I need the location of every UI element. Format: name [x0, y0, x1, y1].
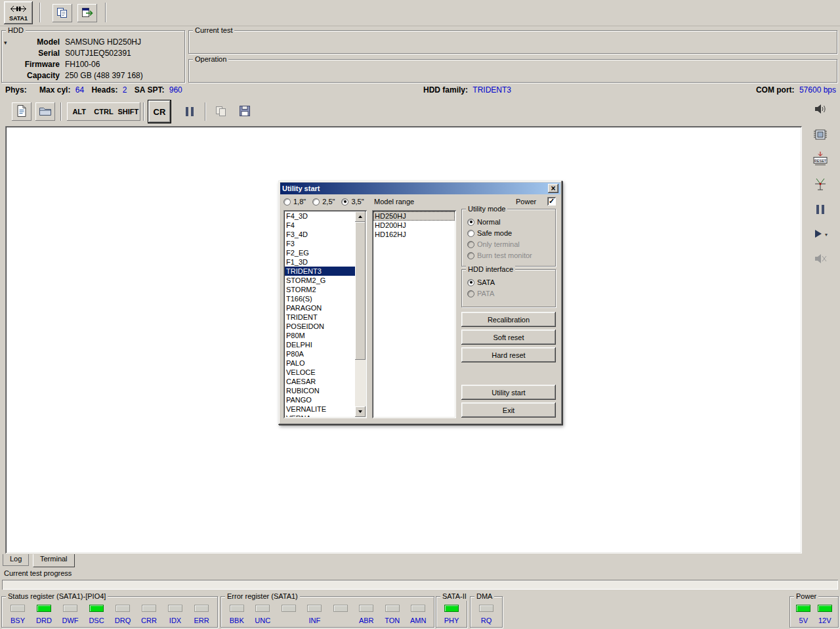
list-item[interactable]: PARAGON [285, 303, 355, 313]
sata1-port-button[interactable]: SATA1 [4, 1, 33, 24]
exit-app-button[interactable] [77, 4, 97, 22]
copy-log-button[interactable] [211, 102, 231, 121]
dsc-led [89, 605, 104, 612]
radio-button-icon[interactable] [312, 198, 320, 206]
radio-option[interactable]: Safe mode [467, 228, 554, 238]
abr-led [359, 605, 373, 612]
pause-terminal-button[interactable] [180, 102, 200, 121]
radio-option[interactable]: SATA [467, 278, 554, 287]
list-item[interactable]: P80A [285, 349, 355, 358]
list-item[interactable]: F3_4D [285, 230, 355, 239]
radio-button-icon[interactable] [284, 198, 291, 206]
run-test-button[interactable]: ▾ [808, 223, 832, 246]
radio-label: Only terminal [477, 240, 520, 248]
hard-reset-button[interactable]: Hard reset [461, 347, 556, 362]
list-item[interactable]: VERNA [285, 414, 355, 417]
list-item[interactable]: TRIDENT3 [285, 267, 355, 276]
radio-button-icon[interactable] [467, 230, 474, 237]
model-listbox[interactable]: HD250HJHD200HJHD162HJ [372, 210, 456, 418]
sound-toggle-button[interactable] [808, 98, 832, 121]
led-label: PHY [444, 617, 459, 624]
hdd-expand-arrow-icon[interactable]: ▾ [4, 39, 7, 46]
utility-start-button[interactable]: Utility start [461, 385, 556, 400]
radio-label: 2,5" [322, 198, 335, 206]
list-item[interactable]: POSEIDON [285, 322, 355, 331]
recalibration-button[interactable]: Recalibration [461, 312, 556, 327]
soft-reset-button[interactable]: Soft reset [461, 330, 556, 345]
radio-option[interactable]: 3,5" [341, 197, 364, 206]
list-item[interactable]: F2_EG [285, 248, 355, 257]
list-item[interactable]: F4_3D [285, 211, 355, 221]
list-item[interactable]: DELPHI [285, 340, 355, 349]
modifier-key-group: ALT CTRL SHIFT [67, 102, 140, 121]
radio-button-icon[interactable] [467, 219, 474, 226]
hdd-field-row: ModelSAMSUNG HD250HJ [10, 37, 183, 48]
scroll-down-button[interactable] [355, 406, 366, 417]
copy-screen-button[interactable] [52, 4, 72, 22]
radio-option[interactable]: 1,8" [284, 197, 306, 206]
list-item[interactable]: HD162HJ [373, 230, 455, 239]
sata1-port-label: SATA1 [9, 15, 28, 22]
radio-button-icon[interactable] [341, 198, 348, 206]
tab-log[interactable]: Log [3, 554, 29, 566]
list-item[interactable]: F4 [285, 221, 355, 230]
list-item[interactable]: STORM2_G [285, 276, 355, 285]
list-item[interactable]: HD250HJ [373, 211, 455, 221]
chip-access-button[interactable] [808, 124, 832, 146]
radio-button-icon [467, 290, 474, 297]
crr-led [142, 605, 156, 612]
probe-connection-button[interactable] [808, 173, 832, 196]
power-checkbox[interactable]: ✓ [547, 197, 556, 206]
operation-panel: Operation [188, 59, 837, 83]
pause-test-button[interactable] [808, 198, 832, 221]
led-label: ERR [194, 617, 209, 624]
list-item[interactable]: P80M [285, 331, 355, 340]
radio-button-icon [467, 252, 474, 259]
family-list-scrollbar[interactable] [355, 211, 366, 417]
list-item[interactable]: RUBICON [285, 386, 355, 395]
list-item[interactable]: STORM2 [285, 285, 355, 294]
list-item[interactable]: VELOCE [285, 368, 355, 377]
list-item[interactable]: TRIDENT [285, 313, 355, 322]
dialog-title: Utility start [282, 184, 320, 192]
save-log-button[interactable] [235, 102, 255, 121]
pause-icon [186, 107, 194, 116]
shift-key-button[interactable]: SHIFT [116, 102, 140, 121]
list-item[interactable]: PALO [285, 358, 355, 368]
scrollbar-thumb[interactable] [355, 222, 366, 360]
reset-device-button[interactable]: RESET [808, 148, 832, 171]
list-item[interactable]: T166(S) [285, 294, 355, 303]
floppy-disk-icon [239, 105, 251, 118]
tab-label: Log [10, 555, 22, 563]
list-item[interactable]: VERNALITE [285, 404, 355, 414]
phys-label: Phys: [5, 85, 27, 95]
radio-button-icon[interactable] [467, 279, 474, 286]
tab-terminal[interactable]: Terminal [33, 554, 75, 567]
ctrl-key-button[interactable]: CTRL [91, 102, 116, 121]
list-item[interactable]: CAESAR [285, 377, 355, 386]
radio-option[interactable]: Normal [467, 217, 554, 227]
list-item[interactable]: F3 [285, 239, 355, 248]
hdd-family-value: TRIDENT3 [472, 85, 511, 95]
list-item[interactable]: F1_3D [285, 257, 355, 267]
exit-button[interactable]: Exit [461, 402, 556, 418]
led-indicator: INF [302, 605, 328, 624]
scroll-up-button[interactable] [355, 211, 366, 222]
hdd-info-panel: HDD ▾ ModelSAMSUNG HD250HJSerialS0UTJ1EQ… [1, 30, 185, 83]
close-button[interactable]: × [548, 184, 558, 193]
family-listbox[interactable]: F4_3DF4F3_4DF3F2_EGF1_3DTRIDENT3STORM2_G… [284, 210, 367, 418]
chevron-down-icon[interactable]: ▾ [825, 232, 828, 238]
open-folder-button[interactable] [35, 102, 55, 121]
mute-button[interactable] [808, 248, 832, 271]
list-item[interactable]: HD200HJ [373, 221, 455, 230]
list-item[interactable]: PANGO [285, 395, 355, 404]
send-command-file-button[interactable] [12, 102, 32, 121]
pause-icon [816, 205, 824, 214]
error-register-panel: Error register (SATA1) BBKUNCINFABRTONAM… [220, 596, 434, 628]
radio-option[interactable]: 2,5" [312, 197, 335, 206]
alt-key-button[interactable]: ALT [67, 102, 91, 121]
sata-connector-icon [10, 5, 27, 14]
dialog-titlebar[interactable]: Utility start × [280, 183, 560, 194]
cr-enter-button[interactable]: CR [148, 100, 171, 123]
model-range-label: Model range [374, 198, 414, 206]
